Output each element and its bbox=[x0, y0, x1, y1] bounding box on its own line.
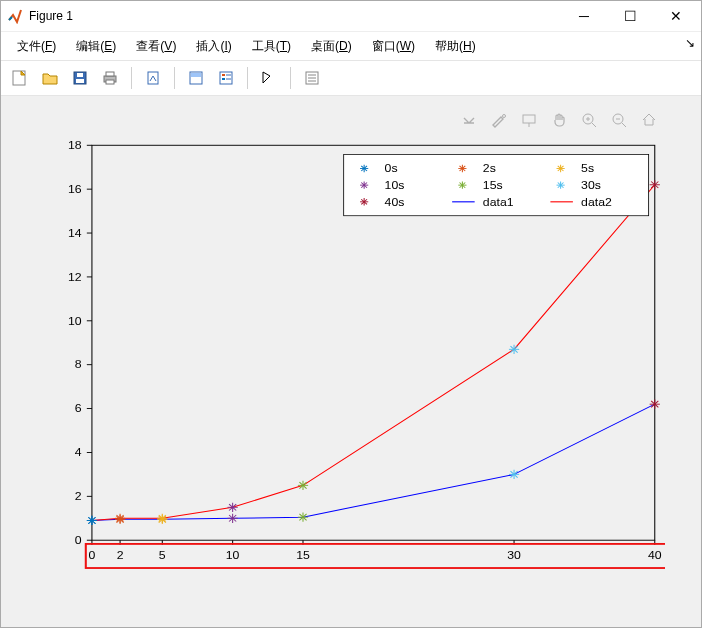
menu-overflow-icon[interactable]: ↘ bbox=[685, 36, 695, 50]
toolbar-separator bbox=[131, 67, 132, 89]
menu-help[interactable]: 帮助(H) bbox=[425, 35, 486, 58]
minimize-button[interactable]: ─ bbox=[561, 1, 607, 31]
svg-text:0: 0 bbox=[75, 533, 82, 545]
svg-rect-8 bbox=[148, 72, 158, 84]
svg-text:18: 18 bbox=[68, 139, 82, 151]
window-title: Figure 1 bbox=[29, 9, 73, 23]
svg-text:2: 2 bbox=[75, 490, 82, 502]
svg-text:0: 0 bbox=[89, 548, 96, 560]
figure-content: 024681012141618025101530400s2s5s10s15s30… bbox=[1, 96, 701, 627]
svg-rect-3 bbox=[76, 79, 84, 83]
save-icon[interactable] bbox=[67, 65, 93, 91]
svg-text:16: 16 bbox=[68, 182, 82, 194]
svg-text:15s: 15s bbox=[483, 178, 503, 190]
pan-icon[interactable] bbox=[549, 110, 569, 130]
svg-text:30: 30 bbox=[507, 548, 521, 560]
svg-rect-4 bbox=[77, 73, 83, 77]
datatip-icon[interactable] bbox=[519, 110, 539, 130]
print-icon[interactable] bbox=[97, 65, 123, 91]
toolbar-separator bbox=[174, 67, 175, 89]
svg-line-27 bbox=[622, 123, 626, 127]
figure-window: Figure 1 ─ ☐ ✕ 文件(F) 编辑(E) 查看(V) 插入(I) 工… bbox=[0, 0, 702, 628]
plot-area[interactable]: 024681012141618025101530400s2s5s10s15s30… bbox=[51, 136, 665, 581]
maximize-button[interactable]: ☐ bbox=[607, 1, 653, 31]
export-icon[interactable] bbox=[459, 110, 479, 130]
toolbar-separator bbox=[247, 67, 248, 89]
close-button[interactable]: ✕ bbox=[653, 1, 699, 31]
open-icon[interactable] bbox=[37, 65, 63, 91]
svg-text:8: 8 bbox=[75, 358, 82, 370]
svg-text:6: 6 bbox=[75, 402, 82, 414]
svg-rect-12 bbox=[222, 74, 225, 76]
home-icon[interactable] bbox=[639, 110, 659, 130]
toolbar-separator bbox=[290, 67, 291, 89]
svg-text:2: 2 bbox=[117, 548, 124, 560]
legend-icon[interactable] bbox=[213, 65, 239, 91]
menu-view[interactable]: 查看(V) bbox=[126, 35, 186, 58]
svg-rect-11 bbox=[220, 72, 232, 84]
window-controls: ─ ☐ ✕ bbox=[561, 1, 699, 31]
menu-window[interactable]: 窗口(W) bbox=[362, 35, 425, 58]
menu-edit[interactable]: 编辑(E) bbox=[66, 35, 126, 58]
svg-rect-160 bbox=[86, 544, 665, 568]
svg-text:30s: 30s bbox=[581, 178, 601, 190]
menu-tools[interactable]: 工具(T) bbox=[242, 35, 301, 58]
brush-icon[interactable] bbox=[489, 110, 509, 130]
svg-text:data1: data1 bbox=[483, 195, 514, 207]
svg-text:2s: 2s bbox=[483, 162, 496, 174]
svg-rect-13 bbox=[222, 78, 225, 80]
svg-text:40: 40 bbox=[648, 548, 662, 560]
matlab-icon bbox=[7, 8, 23, 24]
svg-point-20 bbox=[503, 115, 506, 118]
svg-text:10: 10 bbox=[68, 314, 82, 326]
plot-svg[interactable]: 024681012141618025101530400s2s5s10s15s30… bbox=[51, 136, 665, 581]
menu-insert[interactable]: 插入(I) bbox=[186, 35, 241, 58]
svg-text:5s: 5s bbox=[581, 162, 594, 174]
link-icon[interactable] bbox=[140, 65, 166, 91]
svg-text:5: 5 bbox=[159, 548, 166, 560]
data-tip-icon[interactable] bbox=[183, 65, 209, 91]
svg-text:0s: 0s bbox=[385, 162, 398, 174]
titlebar-left: Figure 1 bbox=[7, 8, 73, 24]
figure-panel: 024681012141618025101530400s2s5s10s15s30… bbox=[9, 104, 693, 619]
svg-text:4: 4 bbox=[75, 446, 82, 458]
svg-rect-10 bbox=[191, 73, 201, 77]
svg-text:10s: 10s bbox=[385, 178, 405, 190]
toolbar bbox=[1, 60, 701, 96]
menu-desktop[interactable]: 桌面(D) bbox=[301, 35, 362, 58]
svg-rect-21 bbox=[523, 115, 535, 123]
svg-rect-7 bbox=[106, 80, 114, 84]
svg-text:40s: 40s bbox=[385, 195, 405, 207]
svg-text:12: 12 bbox=[68, 270, 82, 282]
edit-plot-icon[interactable] bbox=[256, 65, 282, 91]
menu-file[interactable]: 文件(F) bbox=[7, 35, 66, 58]
plot-tools-icon[interactable] bbox=[299, 65, 325, 91]
titlebar: Figure 1 ─ ☐ ✕ bbox=[1, 1, 701, 32]
svg-rect-6 bbox=[106, 72, 114, 76]
svg-line-23 bbox=[592, 123, 596, 127]
svg-text:10: 10 bbox=[226, 548, 240, 560]
svg-text:data2: data2 bbox=[581, 195, 612, 207]
svg-text:14: 14 bbox=[68, 226, 82, 238]
zoom-in-icon[interactable] bbox=[579, 110, 599, 130]
axes-toolbar bbox=[459, 110, 659, 130]
menubar: 文件(F) 编辑(E) 查看(V) 插入(I) 工具(T) 桌面(D) 窗口(W… bbox=[1, 32, 701, 60]
svg-text:15: 15 bbox=[296, 548, 310, 560]
zoom-out-icon[interactable] bbox=[609, 110, 629, 130]
new-figure-icon[interactable] bbox=[7, 65, 33, 91]
